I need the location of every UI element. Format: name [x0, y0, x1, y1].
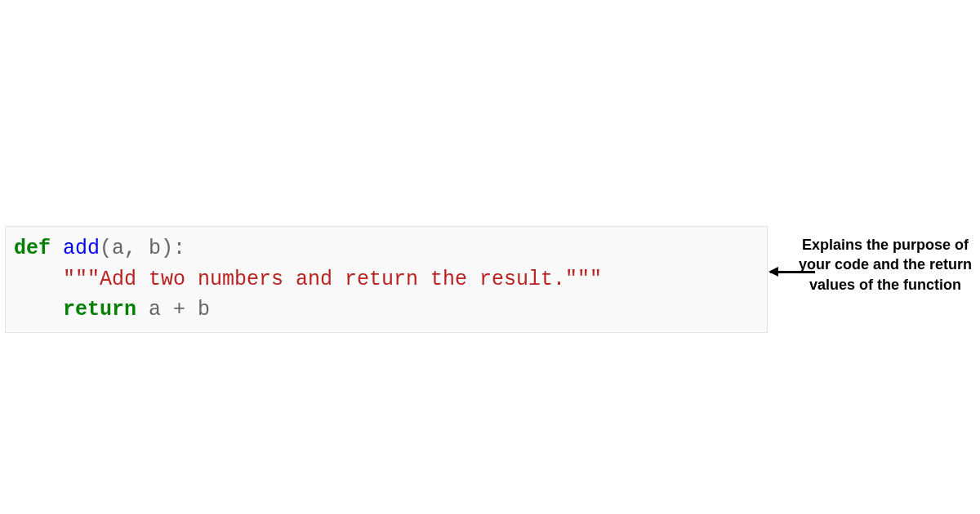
open-paren: (: [100, 237, 112, 260]
space: [136, 298, 149, 321]
keyword-def: def: [14, 237, 51, 260]
operator-plus: +: [173, 298, 185, 321]
var-a: a: [149, 298, 161, 321]
annotation-text: Explains the purpose of your code and th…: [795, 235, 975, 295]
code-block: def add(a, b): """Add two numbers and re…: [5, 226, 768, 333]
function-name: add: [63, 237, 100, 260]
space: [161, 298, 173, 321]
var-b: b: [198, 298, 210, 321]
indent: [14, 268, 63, 291]
space: [51, 237, 63, 260]
docstring: """Add two numbers and return the result…: [63, 268, 602, 291]
keyword-return: return: [63, 298, 136, 321]
indent: [14, 298, 63, 321]
close-paren: ): [161, 237, 173, 260]
space: [185, 298, 198, 321]
colon: :: [173, 237, 185, 260]
params: a, b: [112, 237, 161, 260]
